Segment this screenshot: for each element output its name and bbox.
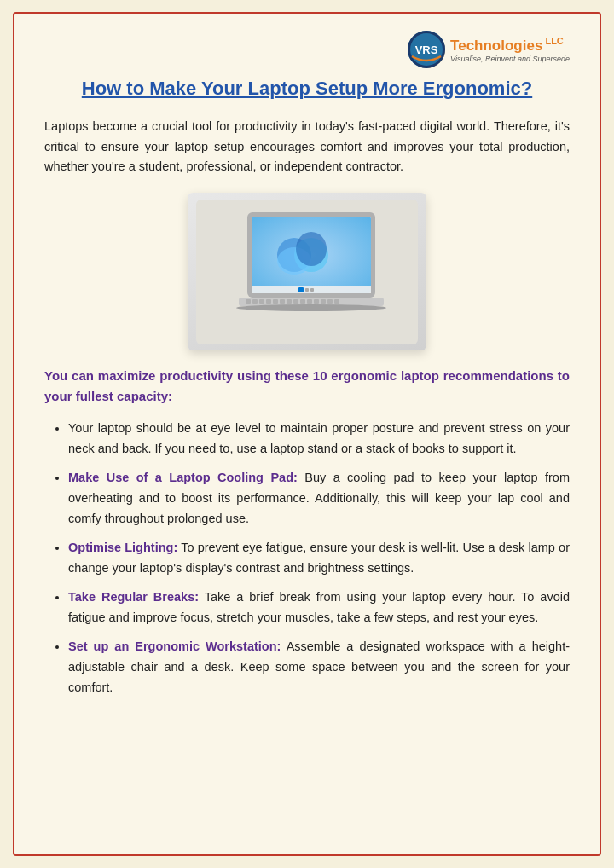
svg-rect-20 bbox=[273, 299, 278, 304]
bullet-1-body: Your laptop should be at eye level to ma… bbox=[68, 421, 570, 455]
laptop-image bbox=[188, 193, 426, 350]
svg-rect-26 bbox=[314, 299, 319, 304]
bullet-list: Your laptop should be at eye level to ma… bbox=[44, 419, 570, 697]
svg-rect-17 bbox=[252, 299, 258, 304]
svg-rect-23 bbox=[293, 299, 298, 304]
svg-rect-16 bbox=[246, 299, 251, 304]
header-logo: VRS Technologies LLC Visualise, Reinvent… bbox=[44, 31, 570, 68]
logo-main-label: Technologies LLC bbox=[450, 36, 570, 54]
intro-paragraph: Laptops become a crucial tool for produc… bbox=[44, 117, 570, 178]
list-item: Your laptop should be at eye level to ma… bbox=[68, 419, 570, 460]
svg-rect-22 bbox=[287, 299, 292, 304]
bullet-2-label: Make Use of a Laptop Cooling Pad: bbox=[68, 471, 298, 484]
bullet-4-label: Take Regular Breaks: bbox=[68, 590, 199, 604]
svg-rect-21 bbox=[280, 299, 285, 304]
list-item: Take Regular Breaks: Take a brief break … bbox=[68, 587, 570, 628]
svg-rect-14 bbox=[310, 288, 314, 292]
laptop-image-container bbox=[44, 193, 570, 350]
svg-rect-12 bbox=[298, 287, 304, 292]
highlight-label: You can maximize productivity using thes… bbox=[44, 368, 570, 403]
laptop-svg bbox=[196, 200, 418, 344]
list-item: Optimise Lighting: To prevent eye fatigu… bbox=[68, 538, 570, 579]
list-item: Set up an Ergonomic Workstation: Assembl… bbox=[68, 637, 570, 698]
svg-rect-25 bbox=[307, 299, 312, 304]
svg-rect-18 bbox=[259, 299, 264, 304]
logo-tagline: Visualise, Reinvent and Supersede bbox=[450, 55, 570, 63]
svg-rect-13 bbox=[305, 288, 309, 292]
svg-rect-29 bbox=[334, 299, 339, 304]
bullet-5-label: Set up an Ergonomic Workstation: bbox=[68, 639, 281, 653]
svg-point-30 bbox=[236, 304, 386, 311]
logo-brand: Technologies bbox=[450, 38, 542, 54]
logo-text: Technologies LLC Visualise, Reinvent and… bbox=[450, 36, 570, 62]
svg-rect-28 bbox=[327, 299, 333, 304]
svg-rect-24 bbox=[300, 299, 305, 304]
page-container: VRS Technologies LLC Visualise, Reinvent… bbox=[13, 12, 601, 856]
list-item: Make Use of a Laptop Cooling Pad: Buy a … bbox=[68, 468, 570, 529]
svg-point-10 bbox=[296, 232, 327, 266]
logo-circle: VRS bbox=[408, 31, 445, 68]
svg-rect-19 bbox=[266, 299, 271, 304]
highlight-text: You can maximize productivity using thes… bbox=[44, 366, 570, 407]
svg-text:VRS: VRS bbox=[415, 43, 438, 56]
svg-rect-27 bbox=[321, 299, 326, 304]
page-title: How to Make Your Laptop Setup More Ergon… bbox=[44, 77, 570, 101]
bullet-3-label: Optimise Lighting: bbox=[68, 541, 177, 554]
logo-suffix: LLC bbox=[542, 36, 563, 46]
